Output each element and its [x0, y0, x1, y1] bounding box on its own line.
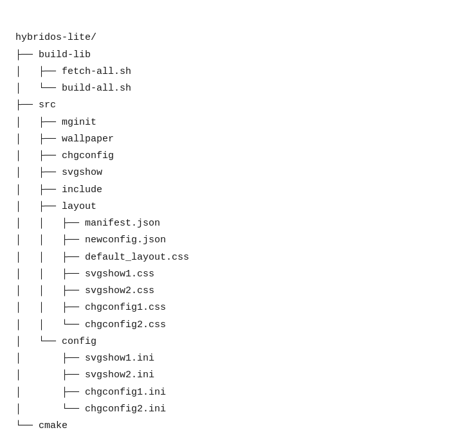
tree-item-wallpaper: │ ├── wallpaper	[15, 131, 461, 148]
tree-item-svgshow2-css: │ │ ├── svgshow2.css	[15, 283, 461, 300]
tree-item-layout: │ ├── layout	[15, 199, 461, 215]
tree-item-build-all: │ └── build-all.sh	[15, 80, 461, 97]
tree-item-chgconfig1-css: │ │ ├── chgconfig1.css	[15, 300, 461, 316]
tree-item-svgshow: │ ├── svgshow	[15, 165, 461, 181]
tree-item-svgshow1-ini: │ ├── svgshow1.ini	[15, 350, 461, 367]
tree-item-manifest: │ │ ├── manifest.json	[15, 215, 461, 232]
tree-item-chgconfig1-ini: │ ├── chgconfig1.ini	[15, 384, 461, 401]
tree-item-config: │ └── config	[15, 334, 461, 350]
tree-item-chgconfig2-css: │ │ └── chgconfig2.css	[15, 317, 461, 334]
file-tree: hybridos-lite/├── build-lib│ ├── fetch-a…	[15, 13, 461, 435]
tree-item-src: ├── src	[15, 97, 461, 114]
tree-item-chgconfig: │ ├── chgconfig	[15, 148, 461, 165]
tree-item-include: │ ├── include	[15, 182, 461, 199]
tree-item-build-lib: ├── build-lib	[15, 47, 461, 64]
tree-item-default-layout: │ │ ├── default_layout.css	[15, 249, 461, 266]
tree-item-newconfig: │ │ ├── newconfig.json	[15, 232, 461, 249]
tree-item-root: hybridos-lite/	[15, 30, 461, 46]
tree-item-fetch-all: │ ├── fetch-all.sh	[15, 64, 461, 80]
tree-item-mginit: │ ├── mginit	[15, 114, 461, 131]
tree-item-svgshow1-css: │ │ ├── svgshow1.css	[15, 266, 461, 283]
tree-item-cmake: └── cmake	[15, 418, 461, 435]
tree-item-svgshow2-ini: │ ├── svgshow2.ini	[15, 367, 461, 384]
tree-item-chgconfig2-ini: │ └── chgconfig2.ini	[15, 401, 461, 418]
